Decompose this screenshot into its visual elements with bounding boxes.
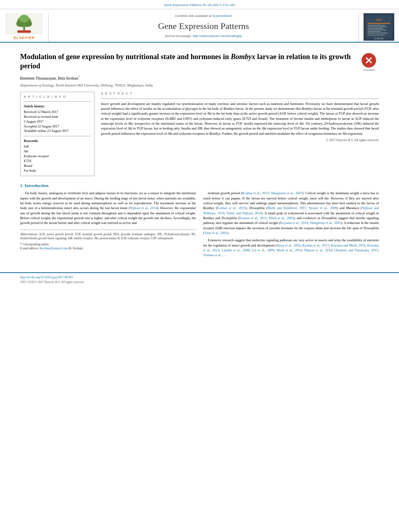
crossmark-label: CrossMark: [363, 68, 374, 72]
svg-rect-13: [368, 28, 383, 29]
page: Gene Expression Patterns 25–26 (2017) 17…: [0, 0, 399, 532]
keshan-2015-ref[interactable]: Keshan et al., 2015: [242, 191, 269, 195]
svg-rect-15: [368, 31, 381, 32]
top-bar: Gene Expression Patterns 25–26 (2017) 17…: [0, 0, 399, 9]
article-info-abstract-section: A R T I C L E I N F O Article history: R…: [20, 92, 379, 176]
tobler-2010-ref[interactable]: Tobler and Nijhout, 2010: [226, 211, 262, 215]
abbreviations-note: Abbreviations: AGP, active growth period…: [20, 232, 196, 241]
footnote-area: Abbreviations: AGP, active growth period…: [20, 230, 196, 251]
journal-center-info: Contents lists available at ScienceDirec…: [48, 12, 359, 42]
abstract-column: A B S T R A C T Insect growth and develo…: [101, 92, 379, 176]
abstract-text: Insect growth and development are mainly…: [101, 101, 379, 136]
mirth-2007-ref[interactable]: Mirth and Riddiford, 2007: [267, 206, 306, 210]
nijhout-2014-ref2[interactable]: Nijhout et al., 2014: [304, 248, 332, 252]
keywords-label: Keywords:: [24, 139, 91, 144]
stieper-2008-ref[interactable]: Stieper et al., 2008: [309, 206, 337, 210]
paper-content: Modulation of gene expression by nutriti…: [0, 43, 399, 268]
history-label: Article history:: [24, 104, 91, 109]
keshan-2017-ref[interactable]: Keshan et al., 2017: [302, 243, 329, 247]
corresponding-note: * Corresponding author.: [20, 242, 196, 247]
available-online: Available online 23 August 2017: [24, 129, 91, 134]
elsevier-label: ELSEVIER: [14, 35, 35, 40]
divider: [24, 101, 91, 102]
received-date: Received 12 March 2017: [24, 110, 91, 115]
right-journal-image: GEP ELSEVIER: [363, 13, 395, 41]
layalle-2008-ref[interactable]: Layalle et al., 2008: [222, 248, 249, 252]
abstract-divider: [101, 99, 379, 99]
email-link[interactable]: bkeshan@hotmail.com: [40, 246, 68, 250]
crossmark-circle: [362, 53, 376, 68]
ikeya-2002-ref[interactable]: Ikeya et al., 2002: [277, 243, 300, 247]
article-info-box: A R T I C L E I N F O Article history: R…: [20, 92, 95, 176]
keshan-2015-ref3[interactable]: Keshan et al., 2015: [239, 216, 267, 220]
svg-rect-14: [368, 30, 387, 30]
intro-para-1: Fat body tissues, analogous to vertebrat…: [20, 191, 196, 225]
mirth-2014-ref[interactable]: Mirth et al., 2014: [276, 248, 302, 252]
crossmark-badge: CrossMark: [359, 52, 379, 72]
mirth-2005-ref[interactable]: Mirth et al., 2005: [269, 216, 294, 220]
nijhout-2014-ref[interactable]: Nijhout et al., 2014: [130, 206, 157, 210]
right-logo-area: GEP ELSEVIER: [359, 12, 399, 42]
liu-2009-ref[interactable]: Liu et al., 2009: [252, 248, 274, 252]
svg-rect-17: [368, 35, 385, 35]
copyright: © 2017 Elsevier B.V. All rights reserved…: [101, 138, 379, 143]
doi-line: http://dx.doi.org/10.1016/j.gep.2017.08.…: [20, 275, 379, 279]
article-title: Modulation of gene expression by nutriti…: [20, 52, 379, 71]
doi-link[interactable]: http://dx.doi.org/10.1016/j.gep.2017.08.…: [20, 275, 73, 279]
shingleton-2007-ref[interactable]: Shingleton et al., 2007: [271, 191, 302, 195]
svg-point-5: [19, 15, 29, 23]
journal-header: ELSEVIER Contents lists available at Sci…: [0, 9, 399, 43]
sciencedirect-link[interactable]: ScienceDirect: [212, 14, 232, 18]
truman-ref[interactable]: Truman et al., …: [203, 253, 226, 257]
intro-para-2: terminal growth period (Keshan et al., 2…: [203, 191, 379, 235]
authors-line: Bembem Thounaojam, Bela Keshan*: [20, 75, 379, 81]
divider2: [24, 136, 91, 136]
body-right-col: terminal growth period (Keshan et al., 2…: [203, 191, 379, 260]
svg-rect-16: [368, 33, 388, 33]
keshan-2015-ref2[interactable]: Keshan et al., 2015: [217, 206, 245, 210]
koyama-mirth-2016-ref[interactable]: Koyama and Mirth, 2016: [331, 243, 365, 247]
svg-rect-11: [368, 25, 385, 26]
corresponding-author-sup: *: [78, 75, 80, 79]
body-two-col: Fat body tissues, analogous to vertebrat…: [20, 191, 379, 260]
title-italic: Bombyx: [231, 53, 255, 61]
contents-line: Contents lists available at ScienceDirec…: [53, 14, 354, 18]
introduction-heading: 1. Introduction: [20, 183, 379, 189]
email-note: E-mail address: bkeshan@hotmail.com (B. …: [20, 246, 196, 251]
elsevier-logo-area: ELSEVIER: [0, 12, 48, 42]
koyama-2014-ref[interactable]: Koyama et al., 2014: [280, 221, 308, 225]
okamoto-2015-ref[interactable]: Okamoto and Yamanaka, 2015: [334, 248, 378, 252]
article-info-label: A R T I C L E I N F O: [24, 94, 91, 99]
svg-rect-10: [368, 23, 390, 24]
accepted-date: Accepted 22 August 2017: [24, 124, 91, 129]
journal-ref: Gene Expression Patterns 25–26 (2017) 17…: [164, 3, 235, 7]
affiliation: Department of Zoology, North-Eastern Hil…: [20, 83, 379, 88]
intro-para-3: Extensive research suggest that endocrin…: [203, 238, 379, 257]
svg-text:GEP: GEP: [376, 18, 382, 22]
tatar-2001-ref[interactable]: Tatar et al., 2001: [204, 231, 227, 235]
svg-text:ELSEVIER: ELSEVIER: [374, 38, 384, 40]
homepage-url[interactable]: http://www.elsevier.com/locate/gep: [193, 34, 242, 38]
elsevier-tree-image: [6, 14, 42, 34]
revised-date: 5 August 2017: [24, 119, 91, 124]
keywords-list: InR Akt Ecdysone receptor E75A Broad Fat…: [24, 144, 91, 173]
svg-rect-6: [17, 31, 31, 33]
revised-label: Received in revised form: [24, 115, 91, 119]
abstract-label: A B S T R A C T: [101, 92, 379, 96]
journal-title: Gene Expression Patterns: [53, 20, 354, 32]
body-left-col: Fat body tissues, analogous to vertebrat…: [20, 191, 196, 260]
article-info-column: A R T I C L E I N F O Article history: R…: [20, 92, 95, 176]
homepage-line: journal homepage: http://www.elsevier.co…: [53, 34, 354, 39]
issn-line: 1567-133X/© 2017 Elsevier B.V. All right…: [20, 280, 379, 284]
shingleton-2005-ref[interactable]: Shingleton et al., 2005: [310, 221, 341, 225]
bottom-bar: http://dx.doi.org/10.1016/j.gep.2017.08.…: [0, 272, 399, 286]
svg-rect-12: [368, 27, 387, 27]
